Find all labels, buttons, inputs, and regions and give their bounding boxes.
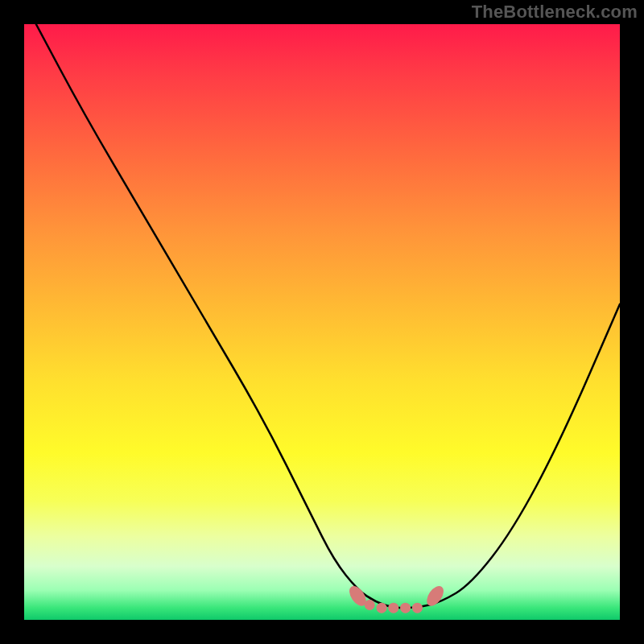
frame-border-right [620, 0, 644, 644]
watermark-text: TheBottleneck.com [472, 2, 638, 23]
frame-border-left [0, 0, 24, 644]
curve-layer [24, 24, 620, 620]
valley-dot-d [400, 603, 411, 613]
valley-markers [346, 583, 447, 613]
bottleneck-curve [36, 24, 620, 608]
valley-dot-e [412, 603, 423, 613]
chart-frame: TheBottleneck.com [0, 0, 644, 644]
frame-border-bottom [0, 620, 644, 644]
valley-dot-b [377, 603, 387, 613]
plot-area [24, 24, 620, 620]
valley-dot-a [365, 600, 375, 610]
valley-dot-c [388, 603, 398, 613]
